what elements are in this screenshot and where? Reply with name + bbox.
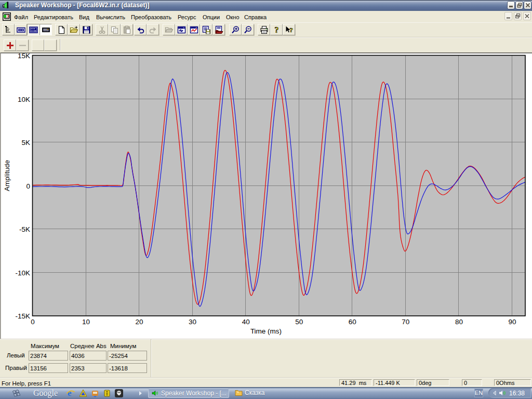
svg-text:Amplitude: Amplitude xyxy=(3,160,11,191)
svg-text:e: e xyxy=(68,389,72,398)
svg-text:40: 40 xyxy=(242,318,250,326)
svg-text:10K: 10K xyxy=(18,96,30,103)
svg-text:70: 70 xyxy=(402,318,409,326)
svg-text:0: 0 xyxy=(31,318,35,326)
svg-text:5K: 5K xyxy=(21,139,30,147)
svg-text:20: 20 xyxy=(136,318,143,326)
svg-text:0: 0 xyxy=(26,182,30,190)
svg-text:-15K: -15K xyxy=(15,312,30,320)
svg-text:Time (ms): Time (ms) xyxy=(250,327,282,335)
svg-text:15K: 15K xyxy=(18,52,30,60)
svg-text:?: ? xyxy=(289,26,293,34)
svg-text:80: 80 xyxy=(455,318,463,326)
svg-text:-10K: -10K xyxy=(15,269,30,277)
svg-text:?: ? xyxy=(275,25,279,34)
svg-text:90: 90 xyxy=(508,318,516,326)
svg-text:-5K: -5K xyxy=(19,225,30,233)
svg-text:60: 60 xyxy=(349,318,356,326)
svg-text:30: 30 xyxy=(189,318,196,326)
svg-text:10: 10 xyxy=(82,318,90,326)
svg-text:50: 50 xyxy=(295,318,303,326)
